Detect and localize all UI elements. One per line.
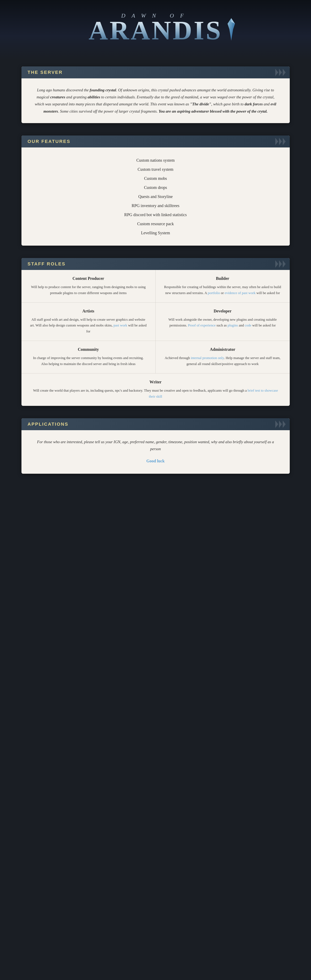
chevron-2 (279, 260, 282, 268)
features-chevron-decoration (275, 138, 285, 145)
chevron-3 (283, 420, 285, 428)
staff-section-content: Content Producer Will help to produce co… (21, 270, 290, 406)
applications-section-title: Applications (28, 422, 69, 427)
features-section-header: Our Features (21, 135, 290, 148)
staff-role-developer: Developer Will work alongside the owner,… (156, 302, 290, 341)
applications-section-content: For those who are interested, please tel… (21, 430, 290, 474)
server-description: Long ago humans discovered the founding … (34, 87, 278, 115)
staff-role-desc: Responsible for creating of buildings wi… (164, 284, 281, 296)
brief-test-link[interactable]: brief test to showcase their skill (149, 388, 278, 398)
staff-role-community: Community In charge of improving the ser… (21, 341, 156, 374)
features-list: Custom nations system Custom travel syst… (34, 156, 278, 237)
list-item: Custom drops (34, 183, 278, 192)
server-section-title: The Server (28, 70, 63, 75)
staff-role-title: Writer (30, 380, 281, 384)
staff-role-title: Builder (164, 276, 281, 281)
staff-role-title: Community (30, 347, 147, 352)
staff-section: Staff Roles Content Producer Will help t… (21, 258, 290, 406)
evidence-link[interactable]: evidence of past work (225, 291, 256, 295)
logo-container: Dawn of Arandis (89, 13, 222, 44)
chevron-1 (275, 138, 278, 145)
chevron-2 (279, 420, 282, 428)
staff-role-title: Administrator (164, 347, 281, 352)
chevron-3 (283, 138, 285, 145)
list-item: Levelling System (34, 228, 278, 237)
chevron-3 (283, 69, 285, 76)
header: Dawn of Arandis (0, 0, 311, 60)
features-section-title: Our Features (28, 139, 70, 144)
applications-section: Applications For those who are intereste… (21, 418, 290, 474)
internal-promotion-link[interactable]: internal promotion only (191, 356, 224, 360)
staff-role-title: Developer (164, 309, 281, 313)
features-section-content: Custom nations system Custom travel syst… (21, 148, 290, 246)
chevron-1 (275, 69, 278, 76)
past-work-link[interactable]: past work (113, 323, 127, 327)
staff-section-title: Staff Roles (28, 261, 65, 267)
staff-section-header: Staff Roles (21, 258, 290, 270)
good-luck-text: Good luck (34, 457, 278, 465)
staff-role-desc: Will help to produce content for the ser… (30, 284, 147, 296)
chevron-decoration (275, 69, 285, 76)
staff-role-administrator: Administrator Achieved through internal … (156, 341, 290, 374)
list-item: RPG discord bot with linked statistics (34, 210, 278, 219)
applications-section-header: Applications (21, 418, 290, 430)
plugins-link[interactable]: plugins (228, 323, 238, 327)
logo-main: Arandis (89, 17, 222, 44)
applications-chevron-decoration (275, 420, 285, 428)
chevron-1 (275, 420, 278, 428)
staff-role-title: Content Producer (30, 276, 147, 281)
list-item: Custom resource pack (34, 219, 278, 228)
server-section-header: The Server (21, 67, 290, 78)
chevron-1 (275, 260, 278, 268)
staff-role-desc: Will create the world that players are i… (30, 388, 281, 400)
list-item: RPG inventory and skilltrees (34, 201, 278, 210)
staff-role-builder: Builder Responsible for creating of buil… (156, 270, 290, 302)
staff-role-content-producer: Content Producer Will help to produce co… (21, 270, 156, 302)
staff-role-desc: In charge of improving the server commun… (30, 355, 147, 367)
staff-role-desc: All staff good with art and design, will… (30, 317, 147, 335)
proof-link[interactable]: Proof of experience (188, 323, 216, 327)
staff-grid: Content Producer Will help to produce co… (21, 270, 290, 406)
staff-role-artists: Artists All staff good with art and desi… (21, 302, 156, 341)
code-link[interactable]: code (245, 323, 251, 327)
list-item: Custom mobs (34, 174, 278, 183)
list-item: Quests and Storyline (34, 192, 278, 201)
chevron-2 (279, 69, 282, 76)
staff-chevron-decoration (275, 260, 285, 268)
chevron-2 (279, 138, 282, 145)
chevron-3 (283, 260, 285, 268)
list-item: Custom travel system (34, 165, 278, 174)
portfolio-link[interactable]: portfolio (208, 291, 220, 295)
applications-description: For those who are interested, please tel… (34, 438, 278, 452)
staff-role-writer: Writer Will create the world that player… (21, 374, 290, 406)
server-section-content: Long ago humans discovered the founding … (21, 78, 290, 123)
crystal-icon (226, 18, 236, 41)
staff-role-desc: Achieved through internal promotion only… (164, 355, 281, 367)
staff-role-title: Artists (30, 309, 147, 313)
server-section: The Server Long ago humans discovered th… (21, 67, 290, 123)
features-section: Our Features Custom nations system Custo… (21, 135, 290, 246)
list-item: Custom nations system (34, 156, 278, 165)
staff-role-desc: Will work alongside the owner, developin… (164, 317, 281, 329)
